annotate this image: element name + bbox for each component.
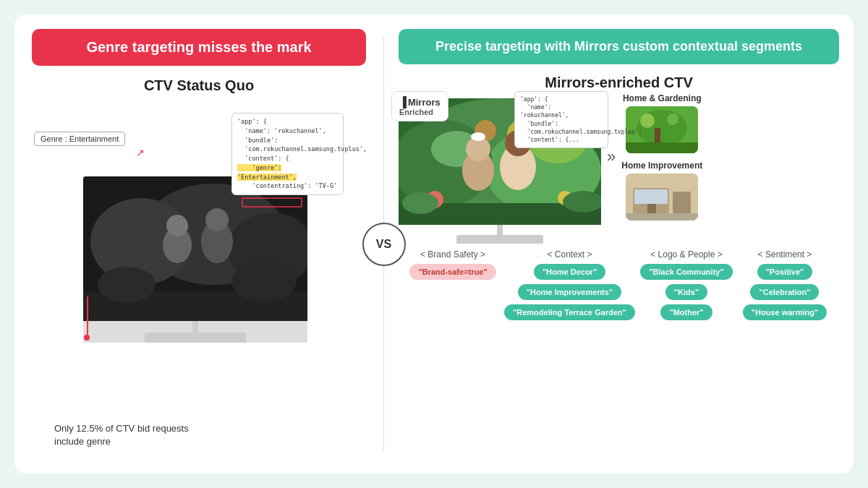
context-pill-1: "Home Improvements": [518, 284, 621, 300]
brand-safety-header: < Brand Safety >: [420, 249, 485, 260]
mirrors-name: Mirrors: [408, 97, 441, 108]
left-note: Only 12.5% of CTV bid requests include g…: [54, 422, 199, 448]
sentiment-pill-0: "Positive": [757, 264, 813, 280]
tag-col-brand-safety: < Brand Safety > "Brand-safe=true": [406, 249, 500, 320]
sentiment-header: < Sentiment >: [758, 249, 812, 260]
code-snippet-right: 'app': { 'name': 'rokuchannel', 'bundle'…: [514, 91, 608, 148]
svg-point-8: [205, 208, 229, 231]
sentiment-pill-2: "House warming": [743, 304, 827, 320]
code-snippet-left: 'app': { 'name': 'rokuchannel', 'bundle'…: [231, 113, 344, 195]
right-panel: Precise targeting with Mirrors custom co…: [384, 14, 854, 474]
svg-rect-35: [655, 128, 660, 142]
svg-point-6: [166, 215, 188, 236]
left-header-badge: Genre targeting misses the mark: [32, 29, 366, 66]
svg-rect-41: [626, 213, 698, 221]
svg-rect-34: [626, 142, 698, 153]
logo-pill-2: "Mother": [660, 304, 712, 320]
context-pill-2: "Remodeling Terrace Garden": [504, 304, 635, 320]
sentiment-pill-1: "Celebration": [750, 284, 819, 300]
context-pill-0: "Home Decor": [534, 264, 605, 280]
brand-safe-pill: "Brand-safe=true": [409, 264, 495, 280]
right-subtitle: Mirrors-enriched CTV: [545, 74, 692, 91]
thumbnails-col: Home & Gardening Home Improvement: [621, 93, 702, 221]
mirrors-logo: ▐ Mirrors: [399, 96, 441, 108]
mirrors-enriched-badge: ▐ Mirrors Enriched: [391, 91, 448, 121]
tag-col-context: < Context > "Home Decor" "Home Improveme…: [504, 249, 635, 320]
vs-label: VS: [362, 223, 406, 266]
enriched-text: Enriched: [399, 108, 433, 116]
tag-col-sentiment: < Sentiment > "Positive" "Celebration" "…: [738, 249, 832, 320]
tv-stand-right: [399, 225, 601, 244]
tv-screen-left: [83, 176, 307, 321]
svg-point-10: [231, 261, 297, 301]
svg-point-9: [98, 267, 156, 303]
thumb2-img: [626, 174, 698, 221]
thumb1-label: Home & Gardening: [623, 93, 702, 103]
red-dot: [84, 335, 90, 341]
main-container: Genre targeting misses the mark CTV Stat…: [14, 14, 854, 474]
mirrors-m-icon: ▐: [399, 96, 407, 108]
context-header: < Context >: [547, 249, 592, 260]
right-main-row: ▐ Mirrors Enriched 'app': { 'name': 'rok…: [399, 98, 839, 244]
logo-pill-0: "Black Community": [640, 264, 732, 280]
thumbnail-improvement: Home Improvement: [621, 160, 702, 221]
svg-point-23: [471, 132, 485, 141]
genre-label: Genre : Entertainment: [34, 132, 125, 146]
genre-arrow-icon: ↗: [136, 147, 145, 158]
left-panel: Genre targeting misses the mark CTV Stat…: [14, 14, 383, 474]
svg-point-28: [402, 192, 438, 214]
thumb2-label: Home Improvement: [621, 160, 702, 171]
chevron-right-icon: »: [607, 147, 616, 166]
svg-rect-38: [634, 189, 668, 204]
tv-left: [83, 176, 315, 343]
svg-point-33: [667, 114, 678, 125]
red-line: [87, 296, 88, 336]
tv-right: ▐ Mirrors Enriched 'app': { 'name': 'rok…: [399, 98, 601, 244]
thumbnail-gardening: Home & Gardening: [621, 93, 702, 153]
left-subtitle: CTV Status Quo: [144, 77, 254, 94]
logo-people-header: < Logo & People >: [650, 249, 722, 260]
svg-point-32: [640, 114, 655, 128]
svg-rect-40: [647, 204, 656, 213]
divider: VS: [383, 38, 384, 451]
tag-col-logo-people: < Logo & People > "Black Community" "Kid…: [639, 249, 733, 320]
tv-stand-left: [83, 321, 307, 343]
tags-area: < Brand Safety > "Brand-safe=true" < Con…: [399, 249, 839, 320]
svg-rect-39: [673, 192, 691, 213]
logo-pill-1: "Kids": [665, 284, 707, 300]
right-header-badge: Precise targeting with Mirrors custom co…: [399, 29, 839, 64]
